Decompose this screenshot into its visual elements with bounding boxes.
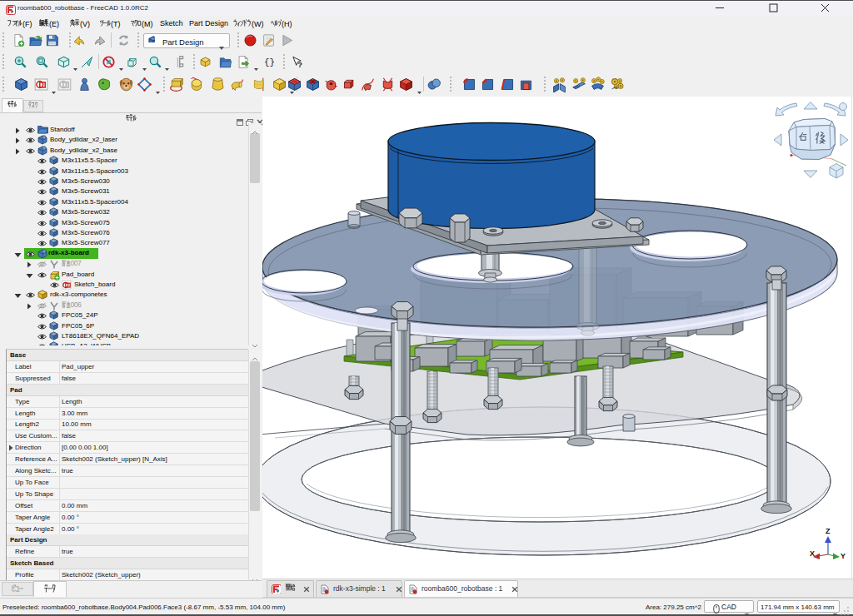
svg-text:Y: Y xyxy=(841,552,846,560)
svg-text:7: 7 xyxy=(77,260,82,267)
svg-text:6: 6 xyxy=(77,301,82,309)
svg-text:X: X xyxy=(810,549,815,558)
svg-text:?: ? xyxy=(297,61,302,69)
svg-text:Z: Z xyxy=(826,527,831,535)
svg-text:{}: {} xyxy=(264,57,275,67)
